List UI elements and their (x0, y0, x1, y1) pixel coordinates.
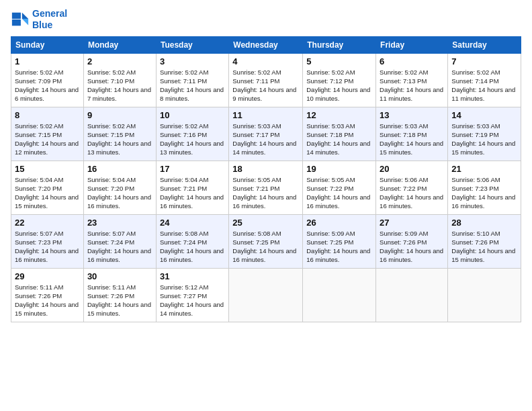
calendar-cell: 8 Sunrise: 5:02 AM Sunset: 7:15 PM Dayli… (11, 107, 84, 161)
logo: General Blue (11, 8, 67, 31)
calendar-cell: 20 Sunrise: 5:06 AM Sunset: 7:22 PM Dayl… (376, 161, 448, 214)
calendar-cell: 6 Sunrise: 5:02 AM Sunset: 7:13 PM Dayli… (376, 53, 448, 107)
day-number: 26 (306, 218, 372, 228)
calendar-cell: 21 Sunrise: 5:06 AM Sunset: 7:23 PM Dayl… (448, 161, 521, 214)
calendar-cell: 1 Sunrise: 5:02 AM Sunset: 7:09 PM Dayli… (11, 53, 84, 107)
day-info: Sunrise: 5:10 AM Sunset: 7:26 PM Dayligh… (451, 229, 517, 265)
day-info: Sunrise: 5:08 AM Sunset: 7:25 PM Dayligh… (232, 229, 299, 265)
day-info: Sunrise: 5:02 AM Sunset: 7:11 PM Dayligh… (232, 68, 299, 103)
day-info: Sunrise: 5:06 AM Sunset: 7:22 PM Dayligh… (380, 175, 444, 211)
calendar-cell: 29 Sunrise: 5:11 AM Sunset: 7:26 PM Dayl… (11, 268, 84, 322)
calendar-cell: 26 Sunrise: 5:09 AM Sunset: 7:25 PM Dayl… (303, 214, 376, 268)
day-number: 12 (306, 110, 372, 120)
day-number: 13 (380, 110, 444, 120)
day-info: Sunrise: 5:07 AM Sunset: 7:23 PM Dayligh… (15, 229, 80, 265)
day-number: 22 (15, 218, 80, 228)
day-info: Sunrise: 5:02 AM Sunset: 7:14 PM Dayligh… (451, 68, 517, 103)
day-info: Sunrise: 5:02 AM Sunset: 7:15 PM Dayligh… (87, 122, 152, 157)
calendar-cell: 23 Sunrise: 5:07 AM Sunset: 7:24 PM Dayl… (83, 214, 156, 268)
svg-marker-1 (22, 19, 28, 25)
day-number: 7 (451, 56, 517, 66)
calendar-row: 22 Sunrise: 5:07 AM Sunset: 7:23 PM Dayl… (11, 214, 521, 268)
day-info: Sunrise: 5:02 AM Sunset: 7:11 PM Dayligh… (160, 68, 225, 103)
day-info: Sunrise: 5:03 AM Sunset: 7:19 PM Dayligh… (451, 122, 517, 157)
day-info: Sunrise: 5:02 AM Sunset: 7:10 PM Dayligh… (87, 68, 152, 103)
calendar-cell: 14 Sunrise: 5:03 AM Sunset: 7:19 PM Dayl… (448, 107, 521, 161)
day-number: 19 (306, 164, 372, 174)
calendar-cell (448, 268, 521, 322)
day-number: 18 (232, 164, 299, 174)
header: General Blue (11, 8, 521, 31)
calendar-cell: 12 Sunrise: 5:03 AM Sunset: 7:18 PM Dayl… (303, 107, 376, 161)
day-number: 6 (380, 56, 444, 66)
day-number: 15 (15, 164, 80, 174)
calendar-cell: 13 Sunrise: 5:03 AM Sunset: 7:18 PM Dayl… (376, 107, 448, 161)
calendar-cell: 7 Sunrise: 5:02 AM Sunset: 7:14 PM Dayli… (448, 53, 521, 107)
day-number: 23 (87, 218, 152, 228)
weekday-header: Sunday (11, 36, 84, 53)
weekday-header: Monday (83, 36, 156, 53)
calendar-row: 1 Sunrise: 5:02 AM Sunset: 7:09 PM Dayli… (11, 53, 521, 107)
weekday-header: Tuesday (156, 36, 228, 53)
day-number: 3 (160, 56, 225, 66)
logo-icon (11, 10, 30, 29)
calendar-cell (229, 268, 303, 322)
calendar-table: SundayMondayTuesdayWednesdayThursdayFrid… (11, 36, 521, 322)
day-number: 14 (451, 110, 517, 120)
day-number: 30 (87, 271, 152, 281)
calendar-cell (376, 268, 448, 322)
day-info: Sunrise: 5:11 AM Sunset: 7:26 PM Dayligh… (15, 283, 80, 318)
day-info: Sunrise: 5:03 AM Sunset: 7:18 PM Dayligh… (380, 122, 444, 157)
day-info: Sunrise: 5:02 AM Sunset: 7:12 PM Dayligh… (306, 68, 372, 103)
calendar-row: 8 Sunrise: 5:02 AM Sunset: 7:15 PM Dayli… (11, 107, 521, 161)
day-info: Sunrise: 5:03 AM Sunset: 7:18 PM Dayligh… (306, 122, 372, 157)
calendar-cell: 27 Sunrise: 5:09 AM Sunset: 7:26 PM Dayl… (376, 214, 448, 268)
page: General Blue SundayMondayTuesdayWednesda… (0, 0, 532, 411)
calendar-cell: 10 Sunrise: 5:02 AM Sunset: 7:16 PM Dayl… (156, 107, 228, 161)
day-info: Sunrise: 5:08 AM Sunset: 7:24 PM Dayligh… (160, 229, 225, 265)
day-number: 31 (160, 271, 225, 281)
svg-rect-2 (12, 13, 21, 19)
day-info: Sunrise: 5:04 AM Sunset: 7:20 PM Dayligh… (15, 175, 80, 211)
day-number: 2 (87, 56, 152, 66)
weekday-header-row: SundayMondayTuesdayWednesdayThursdayFrid… (11, 36, 521, 53)
svg-marker-0 (22, 13, 28, 19)
calendar-cell: 24 Sunrise: 5:08 AM Sunset: 7:24 PM Dayl… (156, 214, 228, 268)
weekday-header: Wednesday (229, 36, 303, 53)
calendar-cell: 5 Sunrise: 5:02 AM Sunset: 7:12 PM Dayli… (303, 53, 376, 107)
calendar-cell: 22 Sunrise: 5:07 AM Sunset: 7:23 PM Dayl… (11, 214, 84, 268)
day-info: Sunrise: 5:02 AM Sunset: 7:16 PM Dayligh… (160, 122, 225, 157)
day-info: Sunrise: 5:02 AM Sunset: 7:13 PM Dayligh… (380, 68, 444, 103)
day-number: 27 (380, 218, 444, 228)
calendar-cell: 9 Sunrise: 5:02 AM Sunset: 7:15 PM Dayli… (83, 107, 156, 161)
day-number: 5 (306, 56, 372, 66)
day-info: Sunrise: 5:09 AM Sunset: 7:25 PM Dayligh… (306, 229, 372, 265)
day-info: Sunrise: 5:07 AM Sunset: 7:24 PM Dayligh… (87, 229, 152, 265)
calendar-cell: 17 Sunrise: 5:04 AM Sunset: 7:21 PM Dayl… (156, 161, 228, 214)
day-number: 29 (15, 271, 80, 281)
day-number: 28 (451, 218, 517, 228)
weekday-header: Thursday (303, 36, 376, 53)
weekday-header: Friday (376, 36, 448, 53)
calendar-cell: 30 Sunrise: 5:11 AM Sunset: 7:26 PM Dayl… (83, 268, 156, 322)
calendar-cell (303, 268, 376, 322)
day-number: 11 (232, 110, 299, 120)
day-info: Sunrise: 5:03 AM Sunset: 7:17 PM Dayligh… (232, 122, 299, 157)
day-info: Sunrise: 5:05 AM Sunset: 7:22 PM Dayligh… (306, 175, 372, 211)
day-number: 10 (160, 110, 225, 120)
day-number: 21 (451, 164, 517, 174)
calendar-cell: 2 Sunrise: 5:02 AM Sunset: 7:10 PM Dayli… (83, 53, 156, 107)
day-info: Sunrise: 5:05 AM Sunset: 7:21 PM Dayligh… (232, 175, 299, 211)
day-info: Sunrise: 5:11 AM Sunset: 7:26 PM Dayligh… (87, 283, 152, 318)
day-number: 8 (15, 110, 80, 120)
weekday-header: Saturday (448, 36, 521, 53)
day-number: 20 (380, 164, 444, 174)
calendar-cell: 18 Sunrise: 5:05 AM Sunset: 7:21 PM Dayl… (229, 161, 303, 214)
day-number: 16 (87, 164, 152, 174)
day-number: 25 (232, 218, 299, 228)
logo-text: General Blue (32, 8, 67, 31)
day-info: Sunrise: 5:02 AM Sunset: 7:15 PM Dayligh… (15, 122, 80, 157)
calendar-cell: 3 Sunrise: 5:02 AM Sunset: 7:11 PM Dayli… (156, 53, 228, 107)
calendar-cell: 15 Sunrise: 5:04 AM Sunset: 7:20 PM Dayl… (11, 161, 84, 214)
day-info: Sunrise: 5:04 AM Sunset: 7:21 PM Dayligh… (160, 175, 225, 211)
